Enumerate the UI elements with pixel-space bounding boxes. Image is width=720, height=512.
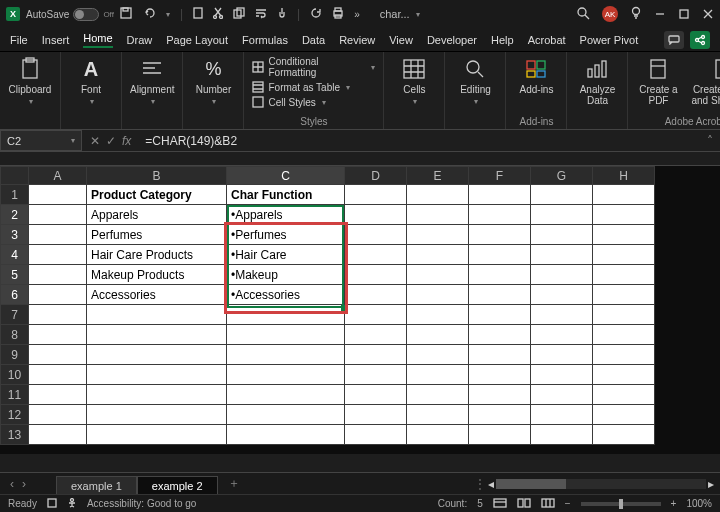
cancel-formula-icon[interactable]: ✕ <box>90 134 100 148</box>
fill-handle[interactable] <box>341 305 347 311</box>
col-header-h[interactable]: H <box>593 167 655 185</box>
col-header-a[interactable]: A <box>29 167 87 185</box>
tab-review[interactable]: Review <box>339 34 375 46</box>
cell-b2[interactable]: Apparels <box>87 205 227 225</box>
tab-view[interactable]: View <box>389 34 413 46</box>
select-all-corner[interactable] <box>1 167 29 185</box>
col-header-b[interactable]: B <box>87 167 227 185</box>
formula-bar[interactable]: =CHAR(149)&B2 <box>139 130 700 151</box>
col-header-c[interactable]: C <box>227 167 345 185</box>
fx-icon[interactable]: fx <box>122 134 131 148</box>
new-file-icon[interactable] <box>193 7 203 22</box>
create-pdf-button[interactable]: Create a PDF <box>636 56 680 106</box>
sheet-tab-example-1[interactable]: example 1 <box>56 476 137 495</box>
tab-file[interactable]: File <box>10 34 28 46</box>
comments-button[interactable] <box>664 31 684 49</box>
refresh-icon[interactable] <box>310 7 322 22</box>
add-sheet-button[interactable]: ＋ <box>218 472 250 495</box>
tab-page-layout[interactable]: Page Layout <box>166 34 228 46</box>
qat-overflow-icon[interactable]: » <box>354 9 360 20</box>
cell-b1[interactable]: Product Category <box>87 185 227 205</box>
cell-c4[interactable]: •Hair Care <box>227 245 345 265</box>
row-header[interactable]: 11 <box>1 385 29 405</box>
create-pdf-share-button[interactable]: Create a PDF and Share link <box>688 56 720 106</box>
copy-icon[interactable] <box>233 7 245 22</box>
cell-c6[interactable]: •Accessories <box>227 285 345 305</box>
print-icon[interactable] <box>332 7 344 22</box>
share-button[interactable] <box>690 31 710 49</box>
row-header[interactable]: 7 <box>1 305 29 325</box>
accessibility-icon[interactable] <box>67 498 77 510</box>
name-box[interactable]: C2 ▾ <box>0 130 82 151</box>
cell-c1[interactable]: Char Function <box>227 185 345 205</box>
row-header[interactable]: 1 <box>1 185 29 205</box>
minimize-icon[interactable] <box>654 8 666 20</box>
cell-b6[interactable]: Accessories <box>87 285 227 305</box>
col-header-g[interactable]: G <box>531 167 593 185</box>
row-header[interactable]: 3 <box>1 225 29 245</box>
zoom-in-icon[interactable]: + <box>671 498 677 509</box>
scroll-right-icon[interactable]: ▸ <box>708 477 714 491</box>
font-button[interactable]: A Font ▾ <box>69 56 113 106</box>
horizontal-scrollbar[interactable]: ⋮ ◂ ▸ <box>474 477 720 491</box>
tab-insert[interactable]: Insert <box>42 34 70 46</box>
scroll-left-icon[interactable]: ◂ <box>488 477 494 491</box>
view-page-break-icon[interactable] <box>541 498 555 510</box>
col-header-d[interactable]: D <box>345 167 407 185</box>
zoom-level[interactable]: 100% <box>686 498 712 509</box>
tab-home[interactable]: Home <box>83 32 112 48</box>
lightbulb-icon[interactable] <box>630 6 642 23</box>
conditional-formatting-button[interactable]: Conditional Formatting▾ <box>252 56 375 78</box>
row-header[interactable]: 12 <box>1 405 29 425</box>
row-header[interactable]: 9 <box>1 345 29 365</box>
row-header[interactable]: 2 <box>1 205 29 225</box>
account-avatar[interactable]: AK <box>602 6 618 22</box>
close-icon[interactable] <box>702 8 714 20</box>
row-header[interactable]: 8 <box>1 325 29 345</box>
format-as-table-button[interactable]: Format as Table▾ <box>252 81 375 93</box>
row-header[interactable]: 10 <box>1 365 29 385</box>
touch-mode-icon[interactable] <box>277 7 287 22</box>
redo-dropdown-icon[interactable]: ▾ <box>166 10 170 19</box>
scroll-thumb[interactable] <box>496 479 566 489</box>
row-header[interactable]: 6 <box>1 285 29 305</box>
cell-b4[interactable]: Hair Care Products <box>87 245 227 265</box>
cut-icon[interactable] <box>213 7 223 22</box>
search-icon[interactable] <box>576 6 590 23</box>
tab-developer[interactable]: Developer <box>427 34 477 46</box>
save-icon[interactable] <box>120 7 132 22</box>
cell-b5[interactable]: Makeup Products <box>87 265 227 285</box>
sheet-prev-icon[interactable]: ‹ <box>10 477 14 491</box>
col-header-f[interactable]: F <box>469 167 531 185</box>
tab-draw[interactable]: Draw <box>127 34 153 46</box>
zoom-slider[interactable] <box>581 502 661 506</box>
undo-icon[interactable] <box>142 7 156 22</box>
tab-power-pivot[interactable]: Power Pivot <box>580 34 639 46</box>
worksheet-grid[interactable]: A B C D E F G H 1 Product Category Char … <box>0 166 720 454</box>
addins-button[interactable]: Add-ins <box>514 56 558 95</box>
cell-c5[interactable]: •Makeup <box>227 265 345 285</box>
sheet-tab-example-2[interactable]: example 2 <box>137 476 218 495</box>
tab-help[interactable]: Help <box>491 34 514 46</box>
macro-record-icon[interactable] <box>47 498 57 510</box>
tab-data[interactable]: Data <box>302 34 325 46</box>
zoom-out-icon[interactable]: − <box>565 498 571 509</box>
chevron-down-icon[interactable]: ▾ <box>71 136 75 145</box>
view-normal-icon[interactable] <box>493 498 507 510</box>
sheet-next-icon[interactable]: › <box>22 477 26 491</box>
analyze-data-button[interactable]: Analyze Data <box>575 56 619 106</box>
editing-button[interactable]: Editing ▾ <box>453 56 497 106</box>
enter-formula-icon[interactable]: ✓ <box>106 134 116 148</box>
tab-acrobat[interactable]: Acrobat <box>528 34 566 46</box>
cell-styles-button[interactable]: Cell Styles▾ <box>252 96 375 108</box>
row-header[interactable]: 4 <box>1 245 29 265</box>
cells-button[interactable]: Cells ▾ <box>392 56 436 106</box>
col-header-e[interactable]: E <box>407 167 469 185</box>
cell-c2[interactable]: •Apparels <box>227 205 345 225</box>
maximize-icon[interactable] <box>678 8 690 20</box>
doc-title-dropdown-icon[interactable]: ▾ <box>416 10 420 19</box>
cell-b3[interactable]: Perfumes <box>87 225 227 245</box>
autosave-switch-icon[interactable] <box>73 8 99 21</box>
autosave-toggle[interactable]: AutoSave Off <box>26 8 114 21</box>
cell-c3[interactable]: •Perfumes <box>227 225 345 245</box>
